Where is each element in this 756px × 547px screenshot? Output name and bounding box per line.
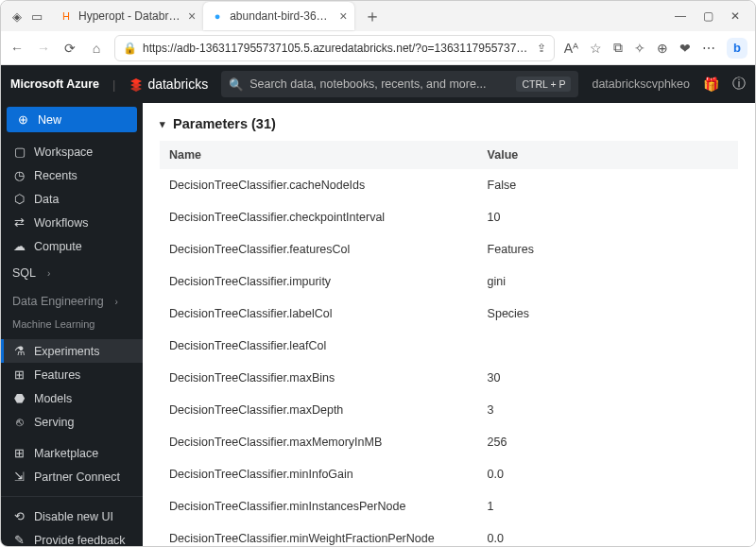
svg-marker-2: [130, 86, 142, 92]
more-icon[interactable]: ⋯: [702, 41, 715, 56]
sidebar-item-recents[interactable]: ◷Recents: [1, 163, 143, 187]
lock-icon: 🔒: [123, 42, 137, 55]
sidebar-item-experiments[interactable]: ⚗Experiments: [1, 339, 143, 363]
minimize-button[interactable]: ―: [675, 9, 686, 23]
heart-icon[interactable]: ❤: [679, 41, 691, 56]
tab-strip-controls: ◈ ▭: [7, 9, 48, 24]
tab-favicon: ●: [211, 9, 224, 23]
col-value[interactable]: Value: [478, 141, 738, 169]
tab-strip: ◈ ▭ HHyperopt - Databricks×●abundant-bir…: [1, 1, 755, 31]
sidebar-item-serving[interactable]: ⎋Serving: [1, 410, 143, 434]
help-icon[interactable]: ⓘ: [732, 76, 746, 93]
param-name: DecisionTreeClassifier.maxDepth: [160, 394, 478, 426]
sidebar-item-partner-connect[interactable]: ⇲Partner Connect: [1, 465, 143, 488]
param-name: DecisionTreeClassifier.checkpointInterva…: [160, 201, 478, 233]
table-row: DecisionTreeClassifier.minInstancesPerNo…: [160, 490, 738, 522]
favorites-bar-icon[interactable]: ✧: [634, 41, 645, 56]
tablist-icon[interactable]: ▭: [31, 9, 43, 24]
window-controls: ― ▢ ✕: [675, 9, 749, 23]
param-value: [478, 330, 738, 362]
sidebar-item-label: Disable new UI: [34, 510, 113, 523]
col-name[interactable]: Name: [160, 141, 478, 169]
new-button[interactable]: ⊕ New: [7, 107, 137, 132]
sidebar-item-provide-feedback[interactable]: ✎Provide feedback: [1, 528, 143, 547]
browser-tab[interactable]: HHyperopt - Databricks×: [52, 2, 203, 30]
param-name: DecisionTreeClassifier.minInfoGain: [160, 458, 478, 490]
workspace-icon: ▢: [12, 145, 26, 159]
tab-title: abundant-bird-366 - MLflow Run: [230, 9, 334, 23]
sidebar-item-label: Models: [34, 392, 72, 405]
chevron-right-icon: ›: [115, 297, 118, 307]
workspace-name[interactable]: databrickscvphkeo: [592, 77, 690, 91]
table-row: DecisionTreeClassifier.cacheNodeIdsFalse: [160, 169, 738, 201]
toolbar-right: Aᴬ ☆ ⧉ ✧ ⊕ ❤ ⋯ b: [564, 38, 747, 59]
sidebar-item-label: Recents: [34, 169, 77, 182]
maximize-button[interactable]: ▢: [703, 9, 713, 23]
sidebar-item-compute[interactable]: ☁Compute: [1, 234, 143, 258]
sidebar-item-label: Workflows: [34, 216, 88, 230]
sidebar-item-disable-new-ui[interactable]: ⟲Disable new UI: [1, 504, 143, 528]
partner-connect-icon: ⇲: [12, 470, 26, 484]
browser-chrome: ◈ ▭ HHyperopt - Databricks×●abundant-bir…: [1, 1, 755, 65]
sidebar-sql[interactable]: SQL ›: [1, 262, 143, 284]
plus-circle-icon: ⊕: [16, 112, 30, 127]
sidebar-item-marketplace[interactable]: ⊞Marketplace: [1, 441, 143, 465]
shield-icon[interactable]: ◈: [12, 9, 22, 24]
sidebar-item-workflows[interactable]: ⇄Workflows: [1, 211, 143, 234]
reading-mode-icon[interactable]: Aᴬ: [564, 41, 578, 56]
param-value: Features: [478, 233, 738, 265]
favorite-icon[interactable]: ☆: [590, 41, 602, 56]
close-tab-icon[interactable]: ×: [339, 9, 347, 24]
param-name: DecisionTreeClassifier.minWeightFraction…: [160, 522, 478, 547]
browser-tab[interactable]: ●abundant-bird-366 - MLflow Run×: [203, 2, 354, 30]
table-row: DecisionTreeClassifier.impuritygini: [160, 265, 738, 298]
table-row: DecisionTreeClassifier.labelColSpecies: [160, 298, 738, 330]
table-row: DecisionTreeClassifier.featuresColFeatur…: [160, 233, 738, 265]
provide-feedback-icon: ✎: [12, 533, 26, 547]
home-button[interactable]: ⌂: [88, 41, 105, 56]
sidebar-item-features[interactable]: ⊞Features: [1, 363, 143, 386]
sidebar-item-data[interactable]: ⬡Data: [1, 187, 143, 211]
sidebar-item-models[interactable]: ⬣Models: [1, 386, 143, 410]
content-pane: ▾ Parameters (31) Name Value DecisionTre…: [143, 103, 755, 547]
data-icon: ⬡: [12, 192, 26, 206]
sidebar-item-workspace[interactable]: ▢Workspace: [1, 140, 143, 163]
table-row: DecisionTreeClassifier.leafCol: [160, 330, 738, 362]
param-value: 0.0: [478, 522, 738, 547]
extensions-icon[interactable]: ⊕: [657, 41, 668, 56]
close-tab-icon[interactable]: ×: [188, 9, 196, 24]
chevron-down-icon: ▾: [160, 118, 165, 130]
new-tab-button[interactable]: ＋: [358, 5, 387, 27]
sidebar-item-label: Serving: [34, 416, 74, 429]
collections-icon[interactable]: ⧉: [613, 40, 623, 56]
param-name: DecisionTreeClassifier.leafCol: [160, 330, 478, 362]
param-name: DecisionTreeClassifier.maxBins: [160, 362, 478, 394]
forward-button[interactable]: →: [35, 41, 52, 56]
url-text: https://adb-1363117955737105.5.azuredata…: [143, 42, 531, 55]
back-button[interactable]: ←: [9, 41, 26, 56]
databricks-logo[interactable]: databricks: [129, 77, 208, 92]
recents-icon: ◷: [12, 168, 26, 182]
share-icon[interactable]: ⇪: [537, 42, 546, 55]
sidebar-data-engineering[interactable]: Data Engineering ›: [1, 290, 143, 313]
app-header: Microsoft Azure | databricks 🔍 Search da…: [1, 65, 755, 103]
refresh-button[interactable]: ⟳: [61, 41, 78, 56]
compute-icon: ☁: [12, 239, 26, 253]
gift-icon[interactable]: 🎁: [703, 77, 719, 92]
sidebar-item-label: Marketplace: [34, 447, 98, 460]
parameters-header[interactable]: ▾ Parameters (31): [143, 103, 755, 141]
experiments-icon: ⚗: [12, 344, 26, 358]
param-value: gini: [478, 265, 738, 298]
param-name: DecisionTreeClassifier.minInstancesPerNo…: [160, 490, 478, 522]
address-bar[interactable]: 🔒 https://adb-1363117955737105.5.azureda…: [114, 35, 555, 61]
table-row: DecisionTreeClassifier.checkpointInterva…: [160, 201, 738, 233]
close-window-button[interactable]: ✕: [730, 9, 740, 23]
sidebar-item-label: Data: [34, 193, 59, 206]
param-value: 3: [478, 394, 738, 426]
sidebar-ml-label: Machine Learning: [1, 313, 143, 335]
address-bar-row: ← → ⟳ ⌂ 🔒 https://adb-1363117955737105.5…: [1, 31, 755, 65]
tab-title: Hyperopt - Databricks: [78, 9, 182, 23]
global-search[interactable]: 🔍 Search data, notebooks, recents, and m…: [221, 71, 578, 97]
bing-button[interactable]: b: [727, 38, 747, 59]
table-header-row: Name Value: [160, 141, 738, 169]
